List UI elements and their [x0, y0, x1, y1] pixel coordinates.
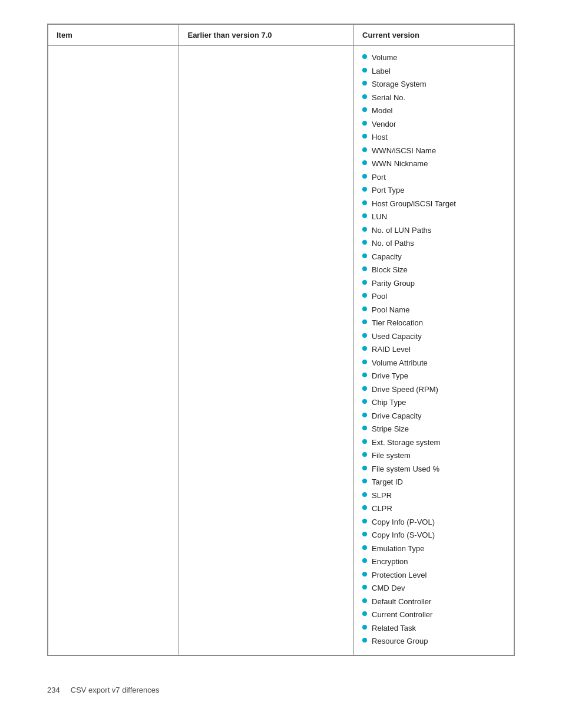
list-item: Target ID [362, 476, 505, 488]
bullet-icon [362, 625, 367, 630]
footer: 234 CSV export v7 differences [47, 686, 515, 694]
list-item: Capacity [362, 251, 505, 263]
list-item: Pool Name [362, 304, 505, 316]
bullet-icon [362, 107, 367, 112]
page-number: 234 [47, 686, 60, 694]
list-item-text: Volume Attribute [372, 357, 428, 369]
footer-text: CSV export v7 differences [71, 686, 160, 694]
list-item-text: Drive Speed (RPM) [372, 384, 438, 396]
list-item-text: No. of Paths [372, 238, 414, 249]
list-item-text: CMD Dev [372, 582, 405, 594]
bullet-icon [362, 492, 367, 497]
page: Item Earlier than version 7.0 Current ve… [0, 0, 562, 728]
list-item-text: WWN Nickname [372, 158, 428, 170]
bullet-icon [362, 319, 367, 324]
bullet-icon [362, 174, 367, 179]
list-item: Serial No. [362, 92, 505, 104]
current-version-list: VolumeLabelStorage SystemSerial No.Model… [362, 52, 505, 647]
list-item: Copy Info (P-VOL) [362, 516, 505, 528]
main-table: Item Earlier than version 7.0 Current ve… [48, 24, 514, 655]
list-item: No. of LUN Paths [362, 225, 505, 236]
list-item: Tier Relocation [362, 317, 505, 329]
bullet-icon [362, 346, 367, 351]
bullet-icon [362, 479, 367, 483]
list-item: SLPR [362, 490, 505, 502]
list-item: Chip Type [362, 397, 505, 409]
bullet-icon [362, 280, 367, 285]
list-item-text: Ext. Storage system [372, 437, 440, 449]
list-item: Copy Info (S-VOL) [362, 529, 505, 541]
bullet-icon [362, 519, 367, 523]
list-item: CLPR [362, 503, 505, 515]
bullet-icon [362, 307, 367, 311]
list-item-text: Host [372, 131, 388, 143]
list-item-text: Related Task [372, 622, 416, 634]
list-item-text: Block Size [372, 264, 408, 276]
bullet-icon [362, 333, 367, 338]
bullet-icon [362, 54, 367, 59]
list-item: Host Group/iSCSI Target [362, 198, 505, 210]
table-wrapper: Item Earlier than version 7.0 Current ve… [47, 24, 515, 656]
list-item-text: Target ID [372, 476, 403, 488]
bullet-icon [362, 611, 367, 616]
bullet-icon [362, 558, 367, 563]
header-row: Item Earlier than version 7.0 Current ve… [48, 25, 514, 46]
list-item: WWN/iSCSI Name [362, 145, 505, 157]
bullet-icon [362, 373, 367, 377]
list-item-text: File system [372, 450, 411, 462]
list-item-text: Emulation Type [372, 543, 424, 555]
bullet-icon [362, 187, 367, 192]
list-item-text: RAID Level [372, 344, 411, 355]
bullet-icon [362, 585, 367, 589]
cell-current: VolumeLabelStorage SystemSerial No.Model… [354, 46, 514, 655]
list-item-text: Model [372, 105, 392, 117]
bullet-icon [362, 532, 367, 536]
bullet-icon [362, 598, 367, 603]
list-item: Drive Capacity [362, 410, 505, 422]
list-item-text: Label [372, 65, 391, 77]
header-earlier: Earlier than version 7.0 [179, 25, 354, 46]
list-item-text: No. of LUN Paths [372, 225, 431, 236]
list-item: Volume [362, 52, 505, 64]
list-item-text: Drive Type [372, 370, 408, 382]
bullet-icon [362, 413, 367, 417]
list-item: RAID Level [362, 344, 505, 355]
bullet-icon [362, 240, 367, 245]
list-item: File system [362, 450, 505, 462]
list-item: Related Task [362, 622, 505, 634]
list-item: No. of Paths [362, 238, 505, 249]
bullet-icon [362, 545, 367, 550]
bullet-icon [362, 399, 367, 404]
list-item: Vendor [362, 118, 505, 130]
list-item-text: Used Capacity [372, 331, 422, 342]
list-item-text: Port [372, 172, 386, 183]
list-item-text: Storage System [372, 78, 427, 90]
list-item: LUN [362, 211, 505, 223]
list-item-text: Vendor [372, 118, 396, 130]
list-item: Encryption [362, 556, 505, 568]
bullet-icon [362, 452, 367, 457]
bullet-icon [362, 94, 367, 99]
bullet-icon [362, 253, 367, 258]
list-item-text: SLPR [372, 490, 392, 502]
list-item-text: Drive Capacity [372, 410, 422, 422]
list-item-text: Serial No. [372, 92, 405, 104]
list-item: Stripe Size [362, 423, 505, 435]
list-item-text: Chip Type [372, 397, 406, 409]
list-item: Emulation Type [362, 543, 505, 555]
list-item-text: Host Group/iSCSI Target [372, 198, 456, 210]
list-item-text: Default Controller [372, 596, 431, 608]
bullet-icon [362, 147, 367, 152]
bullet-icon [362, 121, 367, 126]
list-item: Block Size [362, 264, 505, 276]
list-item: Used Capacity [362, 331, 505, 342]
bullet-icon [362, 572, 367, 577]
bullet-icon [362, 213, 367, 218]
list-item: Storage System [362, 78, 505, 90]
bullet-icon [362, 360, 367, 364]
bullet-icon [362, 638, 367, 643]
list-item: WWN Nickname [362, 158, 505, 170]
list-item-text: Encryption [372, 556, 408, 568]
list-item-text: Parity Group [372, 278, 415, 289]
list-item: Resource Group [362, 635, 505, 647]
